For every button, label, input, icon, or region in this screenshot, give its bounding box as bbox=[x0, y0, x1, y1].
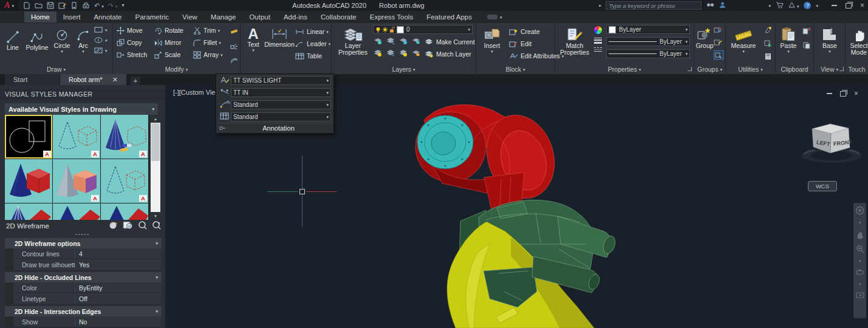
paste-button[interactable]: Paste ▾ bbox=[777, 24, 799, 53]
id-point-icon[interactable] bbox=[764, 25, 773, 36]
dimension-style-combobox[interactable]: TT IN▾ bbox=[231, 88, 331, 97]
panel-label-utilities[interactable]: Utilities▾ bbox=[726, 64, 775, 74]
properties-dialog-launcher-icon[interactable] bbox=[688, 67, 692, 71]
copy-button[interactable]: Copy bbox=[117, 36, 154, 49]
lineweight-combobox[interactable]: ByLayer▾ bbox=[606, 37, 690, 46]
tab-view[interactable]: View bbox=[176, 12, 204, 22]
leader-button[interactable]: Leader▾ bbox=[295, 38, 330, 50]
fillet-button[interactable]: Fillet▾ bbox=[193, 36, 230, 49]
array-button[interactable]: Array▾ bbox=[193, 49, 230, 61]
scrollbar-thumb[interactable] bbox=[151, 123, 160, 161]
wcs-button[interactable]: WCS bbox=[808, 181, 837, 191]
setting-row[interactable]: Contour lines4 bbox=[5, 248, 162, 259]
scroll-up-icon[interactable]: ▴ bbox=[151, 115, 160, 123]
new-file-icon[interactable] bbox=[23, 2, 30, 9]
tab-express-tools[interactable]: Express Tools bbox=[363, 12, 420, 22]
thumbnail-wireframe[interactable]: A bbox=[53, 115, 100, 159]
ribbon-display-dropdown-icon[interactable]: ▾ bbox=[500, 15, 502, 19]
viewcube[interactable]: LEFT FRONT bbox=[797, 115, 868, 170]
dimension-button[interactable]: Dimension bbox=[264, 24, 295, 48]
qat-customize-icon[interactable]: ▾ bbox=[121, 3, 124, 8]
thumbnails-scrollbar[interactable]: ▴ ▾ bbox=[151, 115, 160, 220]
tab-collaborate[interactable]: Collaborate bbox=[314, 12, 363, 22]
line-button[interactable]: Line bbox=[2, 27, 23, 51]
insert-button[interactable]: Insert ▾ bbox=[479, 24, 505, 53]
app-menu-button[interactable]: A▾ bbox=[0, 0, 18, 11]
layer-on-icon[interactable] bbox=[373, 49, 383, 60]
tab-addins[interactable]: Add-ins bbox=[277, 12, 314, 22]
layer-freeze-icon[interactable] bbox=[398, 36, 408, 47]
scroll-down-icon[interactable]: ▾ bbox=[151, 212, 160, 220]
palette-resize-grip[interactable]: ••••• bbox=[0, 233, 165, 236]
undo-button[interactable]: ↶▾ bbox=[94, 2, 104, 10]
thumbnail-2d-wireframe[interactable]: A bbox=[5, 115, 52, 159]
tab-output[interactable]: Output bbox=[242, 12, 277, 22]
new-tab-button[interactable]: + bbox=[131, 77, 140, 85]
ungroup-icon[interactable] bbox=[714, 25, 723, 36]
panel-label-layers[interactable]: Layers▾ bbox=[332, 64, 476, 74]
setting-row[interactable]: ColorByEntity bbox=[5, 282, 162, 293]
linear-button[interactable]: Linear▾ bbox=[295, 26, 330, 38]
setting-row[interactable]: ShowNo bbox=[5, 316, 162, 327]
hatch-tool-icon[interactable]: ▾ bbox=[94, 47, 108, 54]
palette-title[interactable]: VISUAL STYLES MANAGER bbox=[0, 89, 165, 100]
robot-arm-model[interactable] bbox=[377, 91, 620, 328]
scale-button[interactable]: Scale bbox=[154, 49, 193, 61]
make-current-button[interactable]: Make Current bbox=[424, 37, 475, 47]
arc-button[interactable]: Arc ▾ bbox=[74, 26, 92, 53]
tab-annotate[interactable]: Annotate bbox=[87, 12, 128, 22]
ellipse-tool-icon[interactable]: ▾ bbox=[94, 36, 108, 44]
trim-button[interactable]: Trim▾ bbox=[193, 24, 230, 36]
zoom-dropdown-icon[interactable]: ▾ bbox=[859, 259, 861, 263]
multileader-style-combobox[interactable]: Standard▾ bbox=[231, 100, 331, 109]
explode-icon[interactable] bbox=[230, 41, 238, 52]
layer-lock-icon[interactable] bbox=[411, 36, 421, 47]
quick-select-icon[interactable] bbox=[764, 38, 773, 49]
search-input[interactable] bbox=[606, 1, 702, 10]
export-style-icon[interactable] bbox=[137, 220, 147, 232]
showmotion-icon[interactable] bbox=[856, 292, 864, 299]
object-color-combobox[interactable]: ByLayer▾ bbox=[606, 25, 690, 34]
panel-label-properties[interactable]: Properties▾ bbox=[555, 64, 694, 74]
file-tab-document[interactable]: Robot arm*✕ bbox=[60, 74, 126, 85]
view-dialog-launcher-icon[interactable] bbox=[839, 67, 844, 71]
help-dropdown-icon[interactable]: ▾ bbox=[816, 4, 818, 8]
panel-label-block[interactable]: Block▾ bbox=[476, 64, 555, 74]
stretch-button[interactable]: Stretch bbox=[117, 49, 154, 61]
tab-featured-apps[interactable]: Featured Apps bbox=[420, 12, 479, 22]
create-style-icon[interactable] bbox=[109, 220, 118, 232]
match-properties-button[interactable]: Match Properties bbox=[558, 24, 592, 56]
layer-unlock-icon[interactable] bbox=[411, 49, 421, 60]
account-dropdown-icon[interactable]: ▾ bbox=[768, 4, 771, 8]
doc-restore-button[interactable] bbox=[840, 91, 846, 97]
zoom-icon[interactable] bbox=[856, 245, 864, 253]
thumbnail-shaded[interactable]: A bbox=[53, 159, 100, 203]
section-2d-wireframe-options[interactable]: 2D Wireframe options▾ bbox=[5, 238, 162, 248]
copy-clip-icon[interactable] bbox=[802, 26, 811, 37]
tab-parametric[interactable]: Parametric bbox=[129, 12, 176, 22]
layer-thaw-icon[interactable] bbox=[398, 49, 408, 60]
tab-home[interactable]: Home bbox=[24, 12, 56, 22]
move-button[interactable]: Move bbox=[117, 24, 154, 36]
save-icon[interactable] bbox=[47, 2, 54, 9]
pin-flyout-icon[interactable] bbox=[219, 123, 226, 134]
section-2d-hide-intersection-edges[interactable]: 2D Hide - Intersection Edges▾ bbox=[5, 306, 162, 316]
text-style-combobox[interactable]: TT SWISS LIGHT▾ bbox=[231, 76, 331, 85]
layer-select-combobox[interactable]: 0 ▾ bbox=[373, 25, 473, 34]
linetype-combobox[interactable]: ByLayer▾ bbox=[606, 49, 690, 58]
rotate-button[interactable]: Rotate bbox=[154, 24, 193, 36]
search-icon[interactable] bbox=[706, 2, 714, 9]
erase-icon[interactable] bbox=[230, 27, 238, 38]
pan-icon[interactable] bbox=[856, 230, 864, 239]
quick-calculator-icon[interactable] bbox=[764, 52, 773, 63]
minimize-button[interactable] bbox=[832, 5, 837, 6]
signin-icon[interactable] bbox=[719, 2, 726, 10]
panel-label-groups[interactable]: Groups▾ bbox=[694, 64, 725, 74]
thumbnail-realistic[interactable] bbox=[5, 159, 52, 203]
panel-label-draw[interactable]: Draw▾ bbox=[0, 64, 112, 74]
thumbnail-sketchy[interactable] bbox=[53, 203, 100, 220]
orbit-dropdown-icon[interactable]: ▾ bbox=[859, 282, 861, 286]
circle-button[interactable]: Circle ▾ bbox=[51, 26, 73, 53]
share-icon[interactable] bbox=[70, 2, 78, 9]
layer-off-icon[interactable] bbox=[373, 36, 383, 47]
